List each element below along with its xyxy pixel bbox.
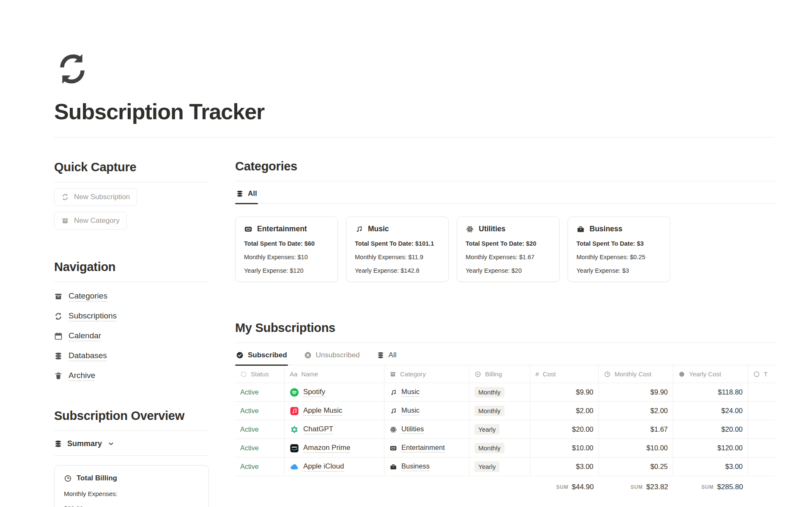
tab-unsubscribed[interactable]: Unsubscribed bbox=[303, 345, 361, 365]
column-header-monthly-cost[interactable]: Monthly Cost bbox=[599, 365, 673, 383]
column-header-status[interactable]: Status bbox=[235, 365, 285, 383]
category-card-music[interactable]: Music Total Spent To Date: $101.1 Monthl… bbox=[346, 217, 449, 282]
category-card-utilities[interactable]: Utilities Total Spent To Date: $20 Month… bbox=[457, 217, 560, 282]
dashed-circle-icon bbox=[240, 371, 247, 378]
my-subscriptions-heading: My Subscriptions bbox=[235, 321, 775, 335]
monthly-cost-cell[interactable]: $2.00 bbox=[599, 402, 673, 420]
database-icon bbox=[377, 351, 384, 359]
summary-view-selector[interactable]: Summary bbox=[54, 431, 115, 455]
nav-link-databases[interactable]: Databases bbox=[54, 351, 107, 361]
column-header-cost[interactable]: # Cost bbox=[530, 365, 599, 383]
monthly-cost-cell[interactable]: $1.67 bbox=[599, 420, 673, 438]
category-yearly-line: Yearly Expense: $20 bbox=[466, 267, 551, 274]
category-cell[interactable]: Music bbox=[384, 402, 469, 420]
category-monthly-line: Monthly Expenses: $1.67 bbox=[466, 254, 551, 260]
briefcase-icon bbox=[390, 463, 397, 471]
chevron-down-icon bbox=[107, 440, 115, 448]
nav-link-subscriptions[interactable]: Subscriptions bbox=[54, 311, 117, 321]
category-card-name: Music bbox=[368, 225, 389, 233]
category-card-name: Entertainment bbox=[257, 225, 307, 233]
yearly-cost-cell[interactable]: $118.80 bbox=[673, 383, 748, 401]
new-category-label: New Category bbox=[74, 217, 120, 225]
chatgpt-icon bbox=[290, 425, 299, 434]
new-category-button[interactable]: New Category bbox=[54, 212, 127, 230]
tab-subscribed[interactable]: Subscribed bbox=[235, 345, 288, 365]
category-cell[interactable]: Music bbox=[384, 383, 469, 401]
yearly-cost-cell[interactable]: $120.00 bbox=[673, 439, 748, 457]
select-circle-icon bbox=[475, 371, 481, 378]
billing-cell[interactable]: Yearly bbox=[469, 420, 530, 438]
sync-icon bbox=[54, 51, 91, 87]
category-card-entertainment[interactable]: Entertainment Total Spent To Date: $60 M… bbox=[235, 217, 338, 282]
sum-cost[interactable]: SUM $44.90 bbox=[530, 476, 599, 498]
billing-cell[interactable]: Yearly bbox=[469, 458, 530, 476]
name-cell[interactable]: ChatGPT bbox=[285, 420, 384, 438]
partial-cell[interactable] bbox=[748, 458, 775, 476]
nav-link-calendar[interactable]: Calendar bbox=[54, 331, 101, 341]
billing-cell[interactable]: Monthly bbox=[469, 402, 530, 420]
subscription-overview-section: Subscription Overview Summary Total Bill… bbox=[54, 409, 209, 507]
database-icon bbox=[54, 440, 62, 448]
monthly-cost-cell[interactable]: $9.90 bbox=[599, 383, 673, 401]
calendar-icon bbox=[54, 332, 63, 340]
nav-link-archive[interactable]: Archive bbox=[54, 371, 95, 381]
icloud-icon bbox=[290, 462, 299, 471]
table-row-apple-icloud: Active Apple iCloud Business Yearly $3.0… bbox=[235, 458, 775, 476]
cost-cell[interactable]: $20.00 bbox=[530, 420, 599, 438]
column-header-category[interactable]: Category bbox=[384, 365, 469, 383]
number-hash-icon: # bbox=[535, 370, 539, 378]
status-cell[interactable]: Active bbox=[235, 383, 285, 401]
name-cell[interactable]: Apple Music bbox=[285, 402, 384, 420]
category-cell[interactable]: Utilities bbox=[384, 420, 469, 438]
category-total-line: Total Spent To Date: $20 bbox=[466, 240, 551, 247]
monthly-expenses-label: Monthly Expenses: bbox=[64, 490, 199, 497]
cost-cell[interactable]: $10.00 bbox=[530, 439, 599, 457]
status-cell[interactable]: Active bbox=[235, 458, 285, 476]
apple-music-icon bbox=[290, 406, 299, 416]
column-header-name[interactable]: Aa Name bbox=[285, 365, 384, 383]
nav-link-categories[interactable]: Categories bbox=[54, 291, 107, 301]
monthly-cost-cell[interactable]: $10.00 bbox=[599, 439, 673, 457]
category-cell[interactable]: Entertainment bbox=[384, 439, 469, 457]
partial-cell[interactable] bbox=[748, 402, 775, 420]
new-subscription-button[interactable]: New Subscription bbox=[54, 188, 137, 206]
table-row-chatgpt: Active ChatGPT Utilities Yearly $20.00 bbox=[235, 420, 775, 439]
yearly-cost-cell[interactable]: $3.00 bbox=[673, 458, 748, 476]
status-cell[interactable]: Active bbox=[235, 439, 285, 457]
yearly-cost-cell[interactable]: $24.00 bbox=[673, 402, 748, 420]
yearly-cost-cell[interactable]: $20.00 bbox=[673, 420, 748, 438]
nav-link-label: Databases bbox=[69, 351, 107, 361]
tab-all-categories[interactable]: All bbox=[235, 183, 258, 203]
billing-cell[interactable]: Monthly bbox=[469, 439, 530, 457]
category-cell[interactable]: Business bbox=[384, 458, 469, 476]
column-header-partial[interactable]: T bbox=[748, 365, 775, 383]
category-monthly-line: Monthly Expenses: $11.9 bbox=[355, 254, 440, 260]
cost-cell[interactable]: $2.00 bbox=[530, 402, 599, 420]
partial-cell[interactable] bbox=[748, 383, 775, 401]
billing-cell[interactable]: Monthly bbox=[469, 383, 530, 401]
cost-cell[interactable]: $9.90 bbox=[530, 383, 599, 401]
name-cell[interactable]: Apple iCloud bbox=[285, 458, 384, 476]
page-icon-sync[interactable] bbox=[54, 0, 91, 87]
sum-yearly-cost[interactable]: SUM $285.80 bbox=[673, 476, 748, 498]
cost-cell[interactable]: $3.00 bbox=[530, 458, 599, 476]
briefcase-icon bbox=[576, 225, 585, 233]
tab-all-subscriptions[interactable]: All bbox=[376, 345, 398, 365]
clock-icon bbox=[604, 371, 611, 378]
column-header-billing[interactable]: Billing bbox=[469, 365, 530, 383]
partial-cell[interactable] bbox=[748, 420, 775, 438]
category-card-business[interactable]: Business Total Spent To Date: $3 Monthly… bbox=[568, 217, 670, 282]
table-row-apple-music: Active Apple Music Music Monthly $2.00 bbox=[235, 402, 775, 420]
quick-capture-heading: Quick Capture bbox=[54, 160, 209, 174]
name-cell[interactable]: Amazon Prime bbox=[285, 439, 384, 457]
sum-monthly-cost[interactable]: SUM $23.82 bbox=[599, 476, 673, 498]
status-cell[interactable]: Active bbox=[235, 420, 285, 438]
status-cell[interactable]: Active bbox=[235, 402, 285, 420]
page-title: Subscription Tracker bbox=[54, 99, 775, 124]
column-header-yearly-cost[interactable]: Yearly Cost bbox=[673, 365, 748, 383]
subscriptions-table: Status Aa Name Category bbox=[235, 365, 775, 498]
name-cell[interactable]: Spotify bbox=[285, 383, 384, 401]
categories-tabs: All bbox=[235, 183, 775, 204]
monthly-cost-cell[interactable]: $0.25 bbox=[599, 458, 673, 476]
partial-cell[interactable] bbox=[748, 439, 775, 457]
